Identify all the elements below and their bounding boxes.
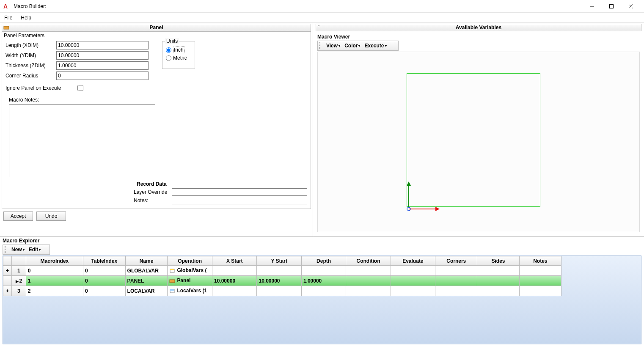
column-header[interactable]: Name	[125, 256, 168, 266]
explorer-new-menu[interactable]: New▾	[10, 247, 26, 253]
table-cell[interactable]	[519, 286, 561, 296]
macro-explorer-grid[interactable]: MacroIndexTableIndexNameOperationX Start…	[3, 256, 641, 344]
length-input[interactable]	[56, 41, 149, 49]
row-number[interactable]: 1	[11, 266, 26, 276]
viewer-view-menu[interactable]: View▾	[325, 43, 342, 49]
viewer-color-menu[interactable]: Color▾	[343, 43, 362, 49]
viewer-execute-menu[interactable]: Execute▾	[363, 43, 388, 49]
available-variables-header[interactable]: ˇ Available Variables	[316, 24, 641, 31]
row-number[interactable]: 3	[11, 286, 26, 296]
table-cell[interactable]	[391, 286, 435, 296]
table-cell[interactable]: 10.00000	[257, 276, 301, 286]
table-cell[interactable]	[435, 266, 477, 276]
title-bar: A Macro Builder:	[0, 0, 644, 13]
menu-help[interactable]: Help	[21, 15, 31, 21]
table-cell[interactable]: 1.00000	[301, 276, 346, 286]
close-button[interactable]	[621, 0, 641, 13]
table-cell[interactable]: Panel	[168, 276, 212, 286]
svg-rect-1	[610, 4, 614, 8]
menu-file[interactable]: File	[4, 15, 12, 21]
column-header[interactable]	[11, 256, 26, 266]
column-header[interactable]: Depth	[301, 256, 346, 266]
row-number[interactable]: ▶2	[11, 276, 26, 286]
column-header[interactable]: Sides	[477, 256, 519, 266]
units-inch-radio[interactable]	[166, 47, 171, 53]
table-cell[interactable]: 0	[26, 266, 83, 276]
column-header[interactable]: Notes	[519, 256, 561, 266]
table-cell[interactable]	[257, 286, 301, 296]
table-cell[interactable]	[519, 276, 561, 286]
thickness-label: Thickness (ZDIM)	[6, 63, 56, 69]
width-input[interactable]	[56, 51, 149, 60]
table-cell[interactable]: 1	[26, 276, 83, 286]
table-cell[interactable]: 0	[83, 286, 126, 296]
panel-geometry	[407, 73, 540, 207]
undo-button[interactable]: Undo	[36, 212, 66, 221]
table-cell[interactable]	[346, 286, 391, 296]
toolbar-grip-icon	[5, 246, 7, 253]
table-cell[interactable]: 2	[26, 286, 83, 296]
column-header[interactable]: Operation	[168, 256, 212, 266]
table-cell[interactable]	[477, 266, 519, 276]
table-cell[interactable]: LocalVars (1	[168, 286, 212, 296]
table-cell[interactable]: 10.00000	[212, 276, 257, 286]
explorer-edit-menu[interactable]: Edit▾	[27, 247, 43, 253]
table-cell[interactable]: 0	[83, 276, 126, 286]
record-notes-input[interactable]	[172, 197, 307, 204]
operation-icon	[169, 268, 175, 274]
table-cell[interactable]	[346, 276, 391, 286]
layer-override-input[interactable]	[172, 188, 307, 196]
viewer-canvas[interactable]	[317, 52, 640, 232]
table-cell[interactable]	[391, 266, 435, 276]
corner-input[interactable]	[56, 71, 149, 80]
table-cell[interactable]	[477, 276, 519, 286]
ignore-checkbox[interactable]	[77, 85, 83, 91]
column-header[interactable]: X Start	[212, 256, 257, 266]
table-cell[interactable]	[477, 286, 519, 296]
svg-rect-11	[170, 269, 174, 270]
units-group: Units Inch Metric	[162, 41, 195, 69]
table-cell[interactable]	[301, 266, 346, 276]
table-row[interactable]: ▶210PANELPanel10.0000010.000001.00000	[3, 276, 561, 286]
table-cell[interactable]: 0	[83, 266, 126, 276]
table-cell[interactable]	[435, 276, 477, 286]
maximize-button[interactable]	[602, 0, 621, 13]
column-header[interactable]: Y Start	[257, 256, 301, 266]
column-header[interactable]: MacroIndex	[26, 256, 83, 266]
column-header[interactable]	[3, 256, 12, 266]
units-metric-radio[interactable]	[166, 55, 171, 61]
table-cell[interactable]	[519, 266, 561, 276]
minimize-button[interactable]	[582, 0, 602, 13]
table-cell[interactable]	[346, 266, 391, 276]
app-logo-icon: A	[3, 3, 10, 10]
svg-marker-6	[407, 181, 411, 186]
table-cell[interactable]: PANEL	[125, 276, 168, 286]
column-header[interactable]: Evaluate	[391, 256, 435, 266]
expand-toggle[interactable]: +	[3, 266, 12, 276]
length-label: Length (XDIM)	[6, 42, 56, 48]
panel-parameters-title: Panel Parameters	[2, 32, 311, 39]
expand-toggle[interactable]: +	[3, 286, 12, 296]
expand-toggle[interactable]	[3, 276, 12, 286]
macro-notes-textarea[interactable]	[9, 104, 155, 177]
table-cell[interactable]	[435, 286, 477, 296]
window-title: Macro Builder:	[14, 3, 582, 9]
table-row[interactable]: +100GLOBALVARGlobalVars (	[3, 266, 561, 276]
svg-rect-4	[4, 26, 9, 29]
column-header[interactable]: Condition	[346, 256, 391, 266]
table-cell[interactable]: GlobalVars (	[168, 266, 212, 276]
table-cell[interactable]	[212, 286, 257, 296]
units-legend: Units	[165, 38, 179, 44]
table-cell[interactable]	[212, 266, 257, 276]
panel-header: Panel	[2, 24, 311, 31]
table-cell[interactable]	[391, 276, 435, 286]
table-cell[interactable]	[257, 266, 301, 276]
table-cell[interactable]: GLOBALVAR	[125, 266, 168, 276]
table-row[interactable]: +320LOCALVARLocalVars (1	[3, 286, 561, 296]
column-header[interactable]: Corners	[435, 256, 477, 266]
table-cell[interactable]	[301, 286, 346, 296]
column-header[interactable]: TableIndex	[83, 256, 126, 266]
accept-button[interactable]: Accept	[3, 212, 33, 221]
table-cell[interactable]: LOCALVAR	[125, 286, 168, 296]
thickness-input[interactable]	[56, 61, 149, 70]
